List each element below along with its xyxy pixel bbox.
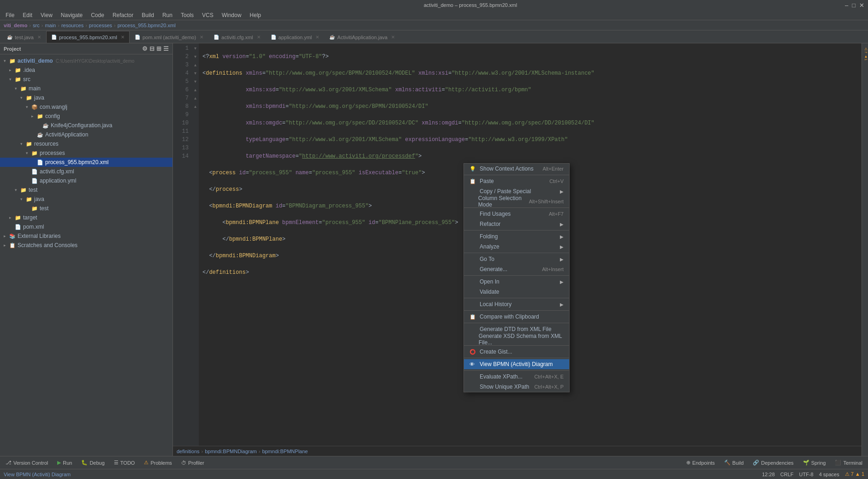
- collapse-icon[interactable]: ⊟: [149, 45, 155, 52]
- tab-close-button[interactable]: ✕: [391, 35, 395, 40]
- tree-item-activiti-app[interactable]: ☕ ActivitiApplication: [0, 130, 172, 139]
- tree-item-pom[interactable]: 📄 pom.xml: [0, 222, 172, 231]
- tab-pom-xml[interactable]: 📄 pom.xml (activiti_demo) ✕: [130, 31, 208, 43]
- tab-application-yml[interactable]: 📄 application.yml ✕: [266, 31, 325, 43]
- ctx-open-in[interactable]: Open In ▶: [464, 277, 569, 287]
- gear-icon[interactable]: ☰: [163, 45, 169, 52]
- menu-file[interactable]: File: [2, 11, 18, 19]
- expand-icon[interactable]: ⊞: [156, 45, 161, 52]
- ctx-label: Evaluate XPath...: [480, 373, 523, 380]
- ctx-validate[interactable]: Validate: [464, 287, 569, 297]
- terminal-button[interactable]: ⬛ Terminal: [831, 459, 866, 467]
- tree-item-process-xml[interactable]: 📄 process_955.bpmn20.xml: [0, 158, 172, 167]
- tree-item-resources[interactable]: ▾ 📁 resources: [0, 139, 172, 148]
- breadcrumb-file[interactable]: process_955.bpmn20.xml: [118, 23, 176, 28]
- ctx-label: Folding: [480, 233, 498, 240]
- ctx-refactor[interactable]: Refactor ▶: [464, 219, 569, 229]
- menu-window[interactable]: Window: [218, 11, 245, 19]
- problems-button[interactable]: ⚠ Problems: [140, 459, 175, 467]
- run-button[interactable]: ▶ Run: [54, 459, 76, 467]
- tab-process-xml[interactable]: 📄 process_955.bpmn20.xml ✕: [46, 31, 130, 43]
- maximize-button[interactable]: □: [852, 2, 856, 9]
- menu-edit[interactable]: Edit: [19, 11, 36, 19]
- tree-item-scratches[interactable]: ▸ 📋 Scratches and Consoles: [0, 241, 172, 250]
- ctx-generate-xsd[interactable]: Generate XSD Schema from XML File...: [464, 334, 569, 344]
- status-indent[interactable]: 4 spaces: [819, 472, 839, 477]
- menu-code[interactable]: Code: [87, 11, 108, 19]
- tab-close-button[interactable]: ✕: [37, 35, 41, 40]
- menu-vcs[interactable]: VCS: [198, 11, 217, 19]
- ctx-compare-clipboard[interactable]: 📋 Compare with Clipboard: [464, 312, 569, 322]
- ctx-view-bpmn[interactable]: 👁 View BPMN (Activiti) Diagram: [464, 359, 569, 369]
- tree-item-label: test: [29, 187, 37, 193]
- breadcrumb-main[interactable]: main: [45, 23, 56, 28]
- settings-icon[interactable]: ⚙: [142, 45, 148, 52]
- status-charset[interactable]: UTF-8: [799, 472, 814, 477]
- version-control-button[interactable]: ⎇ Version Control: [2, 459, 52, 467]
- menu-refactor[interactable]: Refactor: [109, 11, 137, 19]
- tab-close-button[interactable]: ✕: [200, 35, 203, 40]
- code-editor[interactable]: 1 2 3 4 5 6 7 8 9 10 11 12 13 14 ▾: [173, 43, 862, 446]
- tree-item-idea[interactable]: ▸ 📁 .idea: [0, 65, 172, 75]
- menu-build[interactable]: Build: [138, 11, 158, 19]
- ctx-paste[interactable]: 📋 Paste Ctrl+V: [464, 176, 569, 186]
- status-line-endings[interactable]: CRLF: [780, 472, 794, 477]
- ctx-column-selection[interactable]: Column Selection Mode Alt+Shift+Insert: [464, 196, 569, 207]
- breadcrumb-bpmn-plane[interactable]: bpmndi:BPMNPlane: [262, 449, 308, 454]
- debug-button[interactable]: 🐛 Debug: [77, 459, 108, 467]
- breadcrumb-src[interactable]: src: [33, 23, 40, 28]
- status-line-col[interactable]: 12:28: [762, 472, 775, 477]
- menu-run[interactable]: Run: [159, 11, 176, 19]
- tree-item-activiti-cfg[interactable]: 📄 activiti.cfg.xml: [0, 167, 172, 176]
- tree-item-test-package[interactable]: 📁 test: [0, 204, 172, 213]
- tree-item-test-java[interactable]: ▾ 📁 java: [0, 195, 172, 204]
- ctx-find-usages[interactable]: Find Usages Alt+F7: [464, 209, 569, 219]
- spring-button[interactable]: 🌱 Spring: [799, 459, 830, 467]
- minimize-button[interactable]: –: [845, 2, 848, 9]
- menu-tools[interactable]: Tools: [177, 11, 197, 19]
- ctx-folding[interactable]: Folding ▶: [464, 231, 569, 242]
- endpoints-button[interactable]: ⊕ Endpoints: [683, 459, 719, 467]
- breadcrumb-bpmn-diagram[interactable]: bpmndi:BPMNDiagram: [205, 449, 256, 454]
- tab-close-button[interactable]: ✕: [257, 35, 261, 40]
- breadcrumb-processes[interactable]: processes: [89, 23, 112, 28]
- tree-item-application-yml[interactable]: 📄 application.yml: [0, 176, 172, 185]
- editor-area: 1 2 3 4 5 6 7 8 9 10 11 12 13 14 ▾: [173, 43, 862, 456]
- tree-item-processes[interactable]: ▾ 📁 processes: [0, 148, 172, 158]
- breadcrumb-project[interactable]: viti_demo: [4, 23, 27, 28]
- tree-item-package[interactable]: ▾ 📦 com.wanglj: [0, 102, 172, 112]
- tree-item-main[interactable]: ▾ 📁 main: [0, 84, 172, 93]
- tree-item-test-dir[interactable]: ▾ 📁 test: [0, 185, 172, 195]
- ctx-create-gist[interactable]: ⭕ Create Gist...: [464, 347, 569, 357]
- tree-item-ext-libs[interactable]: ▸ 📚 External Libraries: [0, 231, 172, 241]
- dependencies-button[interactable]: 🔗 Dependencies: [749, 459, 797, 467]
- breadcrumb-resources[interactable]: resources: [61, 23, 83, 28]
- ctx-goto[interactable]: Go To ▶: [464, 254, 569, 264]
- todo-button[interactable]: ☰ TODO: [110, 459, 139, 467]
- ctx-generate[interactable]: Generate... Alt+Insert: [464, 264, 569, 274]
- tree-item-config[interactable]: ▸ 📁 config: [0, 112, 172, 121]
- ctx-show-xpath[interactable]: Show Unique XPath Ctrl+Alt+X, P: [464, 382, 569, 392]
- profiler-button[interactable]: ⏱ Profiler: [178, 459, 208, 467]
- tab-activiti-application[interactable]: ☕ ActivitiApplication.java ✕: [324, 31, 400, 43]
- window-controls[interactable]: – □ ✕: [845, 2, 864, 9]
- tree-item-java[interactable]: ▾ 📁 java: [0, 93, 172, 102]
- menu-help[interactable]: Help: [246, 11, 265, 19]
- tree-item-src[interactable]: ▾ 📁 src: [0, 75, 172, 84]
- tree-item-root[interactable]: ▾ 📁 activiti_demo C:\Users\HYGK\Desktop\…: [0, 56, 172, 65]
- build-button[interactable]: 🔨 Build: [720, 459, 747, 467]
- tree-item-knife4j[interactable]: ☕ Knife4jConfiguration.java: [0, 121, 172, 130]
- breadcrumb-definitions[interactable]: definitions: [177, 449, 200, 454]
- tab-activiti-cfg[interactable]: 📄 activiti.cfg.xml ✕: [208, 31, 265, 43]
- ctx-show-context-actions[interactable]: 💡 Show Context Actions Alt+Enter: [464, 164, 569, 174]
- tab-close-button[interactable]: ✕: [315, 35, 319, 40]
- ctx-analyze[interactable]: Analyze ▶: [464, 242, 569, 252]
- menu-view[interactable]: View: [37, 11, 56, 19]
- tree-item-target[interactable]: ▸ 📁 target: [0, 213, 172, 222]
- tab-test-java[interactable]: ☕ test.java ✕: [2, 31, 46, 43]
- menu-navigate[interactable]: Navigate: [57, 11, 86, 19]
- tab-close-button[interactable]: ✕: [121, 35, 125, 40]
- ctx-evaluate-xpath[interactable]: Evaluate XPath... Ctrl+Alt+X, E: [464, 372, 569, 382]
- close-button[interactable]: ✕: [859, 2, 864, 9]
- ctx-local-history[interactable]: Local History ▶: [464, 299, 569, 309]
